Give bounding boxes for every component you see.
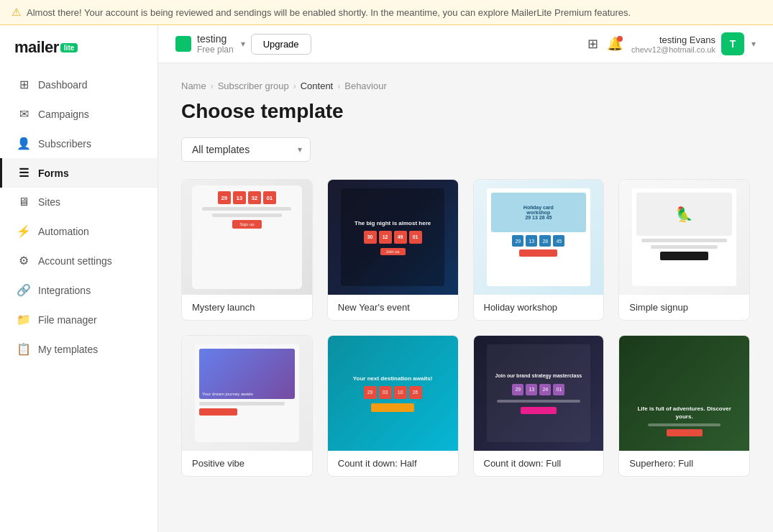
- template-grid: 29 13 32 01 Sign up Mystery launch: [181, 179, 750, 477]
- template-name: Superhero: Full: [619, 451, 749, 476]
- breadcrumb-behaviour[interactable]: Behaviour: [344, 81, 387, 91]
- user-name: testing Evans: [659, 35, 715, 45]
- breadcrumb-sep-2: ›: [293, 81, 296, 91]
- template-card-holiday-workshop[interactable]: Holiday cardworkshop29 13 28 45 29 13 28…: [473, 179, 605, 321]
- cta-button-preview: [519, 249, 557, 257]
- workspace-badge: [175, 36, 191, 52]
- template-card-positive-vibe[interactable]: Your dream journey awaits Positive vibe: [181, 335, 313, 477]
- topbar: testing Free plan ▾ Upgrade ⊞ 🔔 testing …: [158, 25, 773, 63]
- counter-box: 13: [526, 235, 537, 247]
- text-line: [648, 423, 721, 426]
- cdh-title: Your next destination awaits!: [353, 375, 433, 382]
- cta-button-preview: Sign up: [232, 220, 261, 229]
- cta-button-preview: [660, 252, 708, 260]
- sidebar-item-integrations[interactable]: 🔗 Integrations: [0, 275, 157, 305]
- text-line: [497, 400, 580, 403]
- breadcrumb: Name › Subscriber group › Content › Beha…: [181, 81, 750, 91]
- holiday-header: Holiday cardworkshop29 13 28 45: [491, 193, 587, 232]
- sidebar-item-subscribers[interactable]: 👤 Subscribers: [0, 129, 157, 158]
- holiday-counter: 29 13 28 45: [491, 235, 587, 247]
- logo-badge: lite: [60, 43, 78, 52]
- main-nav: ⊞ Dashboard ✉ Campaigns 👤 Subscribers ☰ …: [0, 70, 157, 364]
- template-card-new-years-event[interactable]: The big night is almost here 30 12 49 01…: [327, 179, 459, 321]
- newyear-counter: 30 12 49 01: [364, 231, 422, 244]
- sites-icon: 🖥: [17, 196, 31, 208]
- template-card-simple-signup[interactable]: 🦜 Simple signup: [618, 179, 750, 321]
- template-filter-select[interactable]: All templates My templates Recent: [181, 137, 311, 162]
- counter-box: 01: [409, 231, 422, 244]
- sidebar-item-forms[interactable]: ☰ Forms: [0, 158, 157, 188]
- cta-button-preview: [371, 403, 414, 412]
- countdown-full-thumb-content: Join our brand strategy masterclass 29 1…: [487, 344, 591, 442]
- template-card-superhero-full[interactable]: Life is full of adventures. Discover you…: [618, 335, 750, 477]
- warning-icon: ⚠: [12, 6, 21, 19]
- template-card-count-it-down-full[interactable]: Join our brand strategy masterclass 29 1…: [473, 335, 605, 477]
- positive-thumb-content: Your dream journey awaits: [195, 344, 299, 442]
- banner-message: Almost there! Your account is being revi…: [27, 7, 631, 18]
- template-thumb-positive: Your dream journey awaits: [182, 336, 312, 451]
- sidebar-item-label: Sites: [38, 196, 60, 208]
- positive-image: Your dream journey awaits: [199, 349, 295, 399]
- template-card-count-it-down-half[interactable]: Your next destination awaits! 29 03 10 2…: [327, 335, 459, 477]
- counter-box: 45: [553, 235, 564, 247]
- breadcrumb-content: Content: [301, 81, 334, 91]
- logo: mailer lite: [0, 25, 157, 70]
- sidebar-item-label: Automation: [38, 226, 89, 237]
- breadcrumb-sep-3: ›: [337, 81, 340, 91]
- sidebar-item-label: Dashboard: [38, 79, 88, 91]
- upgrade-button[interactable]: Upgrade: [251, 34, 311, 55]
- counter-box: 29: [512, 384, 523, 395]
- my-templates-icon: 📋: [17, 342, 31, 356]
- template-name: Count it down: Half: [328, 451, 458, 476]
- user-menu[interactable]: testing Evans chevv12@hotmail.co.uk T ▾: [631, 32, 756, 55]
- text-line: [651, 245, 718, 249]
- template-thumb-countdown-full: Join our brand strategy masterclass 29 1…: [474, 336, 604, 451]
- sidebar-item-label: Subscribers: [38, 138, 91, 150]
- filter-bar: All templates My templates Recent ▾: [181, 137, 750, 162]
- user-info: testing Evans chevv12@hotmail.co.uk: [631, 35, 715, 54]
- campaigns-icon: ✉: [17, 107, 31, 121]
- text-line: [212, 214, 281, 217]
- sidebar-item-label: File manager: [38, 314, 97, 326]
- sidebar-item-file-manager[interactable]: 📁 File manager: [0, 305, 157, 334]
- cta-button-preview: [667, 429, 703, 436]
- cdf-title: Join our brand strategy masterclass: [495, 372, 582, 379]
- sidebar-item-campaigns[interactable]: ✉ Campaigns: [0, 99, 157, 129]
- file-manager-icon: 📁: [17, 313, 31, 326]
- template-thumb-superhero: Life is full of adventures. Discover you…: [619, 336, 749, 451]
- positive-text: Your dream journey awaits: [202, 392, 253, 396]
- grid-icon[interactable]: ⊞: [587, 36, 598, 52]
- counter-box: 13: [233, 191, 246, 204]
- counter-box: 01: [263, 191, 276, 204]
- template-card-mystery-launch[interactable]: 29 13 32 01 Sign up Mystery launch: [181, 179, 313, 321]
- counter-box: 29: [512, 235, 523, 247]
- sidebar-item-account-settings[interactable]: ⚙ Account settings: [0, 246, 157, 275]
- breadcrumb-name[interactable]: Name: [181, 81, 206, 91]
- automation-icon: ⚡: [17, 224, 31, 238]
- cta-button-preview: [199, 408, 237, 416]
- cta-button-preview: Join us: [380, 248, 406, 255]
- cta-button-preview: [521, 407, 557, 414]
- counter-box: 26: [409, 386, 422, 399]
- user-avatar: T: [721, 32, 744, 55]
- counter-box: 12: [379, 231, 392, 244]
- content-area: Name › Subscriber group › Content › Beha…: [158, 63, 773, 532]
- sidebar-item-label: Forms: [38, 168, 69, 179]
- sidebar-item-dashboard[interactable]: ⊞ Dashboard: [0, 70, 157, 99]
- text-line: [641, 239, 727, 242]
- sidebar-item-automation[interactable]: ⚡ Automation: [0, 216, 157, 246]
- dashboard-icon: ⊞: [17, 78, 31, 91]
- sidebar: mailer lite ⊞ Dashboard ✉ Campaigns 👤 Su…: [0, 25, 158, 532]
- topbar-left: testing Free plan ▾ Upgrade: [175, 33, 311, 55]
- sidebar-item-my-templates[interactable]: 📋 My templates: [0, 334, 157, 364]
- forms-icon: ☰: [17, 166, 31, 180]
- template-thumb-signup: 🦜: [619, 180, 749, 295]
- sidebar-item-sites[interactable]: 🖥 Sites: [0, 188, 157, 216]
- template-filter-wrap: All templates My templates Recent ▾: [181, 137, 311, 162]
- cdf-counter: 29 13 24 01: [512, 384, 564, 395]
- breadcrumb-subscriber-group[interactable]: Subscriber group: [218, 81, 289, 91]
- counter-box: 30: [364, 231, 377, 244]
- cdh-counter: 29 03 10 26: [364, 386, 422, 399]
- notification-bell[interactable]: 🔔: [607, 36, 623, 52]
- bird-icon: 🦜: [675, 206, 693, 223]
